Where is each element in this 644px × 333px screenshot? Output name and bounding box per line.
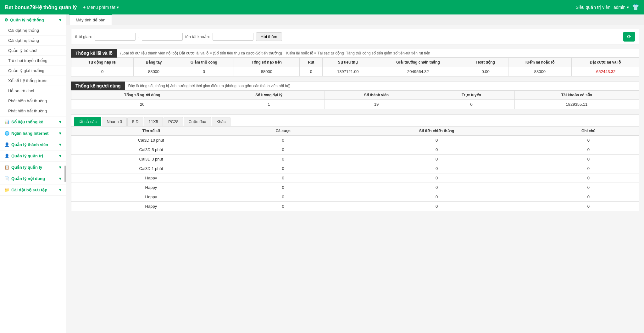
sidebar-item-cai-dat-1[interactable]: Cài đặt hệ thống	[0, 25, 66, 36]
tab-nhanh-3[interactable]: Nhanh 3	[102, 117, 127, 126]
sidebar-title-so-lieu[interactable]: 📊 Số liệu thống kê ▾	[0, 116, 66, 127]
cell-bang-tay: 88000	[134, 67, 174, 76]
cell-ca-cuoc: 0	[231, 173, 335, 183]
sidebar-item-xo-so-truoc[interactable]: Xổ số hệ thống trước	[0, 76, 66, 86]
cell-ten-xo-so: Happy	[71, 192, 231, 202]
sidebar-item-cai-dat-2[interactable]: Cài đặt hệ thống	[0, 36, 66, 46]
cell-ca-cuoc: 0	[231, 155, 335, 164]
col-so-tien-chien-thang: Số tiền chiến thắng	[335, 127, 538, 136]
tab-pc28[interactable]: PC28	[164, 117, 183, 126]
cell-so-tien: 0	[335, 136, 538, 145]
cell-so-tien: 0	[335, 164, 538, 173]
user-stats-table: Tổng số người dùng Số lượng đại lý Số th…	[71, 90, 639, 109]
profit-loss-data-row: 0 88000 0 88000 0 1397121.00 2049564.32 …	[71, 67, 639, 76]
cell-so-tien: 0	[335, 173, 538, 183]
user-stats-data-row: 20 1 19 0 1829355.11	[71, 100, 639, 109]
cell-ghi-chu: 0	[538, 192, 639, 202]
sidebar-title-thanh-vien[interactable]: 👤 Quản lý thành viên ▾	[0, 139, 66, 150]
sidebar-item-ho-so-tro-choi[interactable]: Hồ sơ trò chơi	[0, 86, 66, 96]
ten-tai-khoan-label: tên tài khoản:	[185, 34, 210, 39]
cell-so-tien: 0	[335, 155, 538, 164]
refresh-icon: ⟳	[627, 34, 631, 39]
shirt-icon: 👕	[632, 4, 639, 11]
menu-shortcut[interactable]: + Menu phím tắt ▾	[83, 5, 119, 10]
tab-5d[interactable]: 5 D	[127, 117, 143, 126]
sidebar-noi-dung-label: Quản lý nội dung	[11, 176, 45, 181]
game-table-row: Cai3D 3 phút 0 0 0	[71, 155, 639, 164]
user-arrow: ▾	[627, 5, 629, 10]
sidebar: ⚙ Quản lý hệ thống ▾ Cài đặt hệ thống Cà…	[0, 14, 66, 333]
thoi-gian-start-input[interactable]	[95, 33, 136, 41]
sidebar-item-tro-choi-truyen-thong[interactable]: Trò chơi truyền thống	[0, 56, 66, 66]
sidebar-quan-ly-label: Quản lý quản lý	[11, 165, 42, 170]
doc-icon: 📄	[4, 176, 9, 181]
game-table-body: Cai3D 10 phút 0 0 0 Cai3D 5 phút 0 0 0 C…	[71, 136, 639, 211]
col-ten-xo-so: Tên xổ số	[71, 127, 231, 136]
tab-11x5[interactable]: 11X5	[144, 117, 163, 126]
chevron-down-icon: ▾	[59, 18, 61, 22]
sidebar-section-quan-ly: 📋 Quản lý quản lý ▾	[0, 162, 66, 173]
cell-tu-dong-nap-lai: 0	[71, 67, 134, 76]
cell-tong-so: 20	[71, 100, 213, 109]
user-icon: 👤	[4, 142, 9, 147]
gear-icon: ⚙	[4, 18, 8, 22]
game-table-row: Happy 0 0 0	[71, 202, 639, 211]
user-stats-section: Thống kê người dùng Đây là tổng số, khôn…	[71, 82, 639, 109]
sidebar-item-phat-hien-2[interactable]: Phát hiện bất thường	[0, 106, 66, 116]
profit-loss-title: Thống kê lãi và lỗ	[71, 49, 117, 58]
header: Bet bonus79Hệ thống quản lý + Menu phím …	[0, 0, 644, 14]
sidebar-title-noi-dung[interactable]: 📄 Quản lý nội dung ▾	[0, 173, 66, 184]
sidebar-title-quan-ly[interactable]: 📋 Quản lý quản lý ▾	[0, 162, 66, 173]
sidebar-item-phat-hien-1[interactable]: Phát hiện bất thường	[0, 96, 66, 106]
sidebar-ngan-hang-label: Ngân hàng Internet	[11, 131, 48, 136]
col-kiem-lai: Kiểm lãi hoặc lỗ	[508, 58, 572, 67]
sidebar-item-quan-ly-tro-choi[interactable]: Quản lý trò chơi	[0, 46, 66, 56]
sidebar-bo-suu-tap-label: Cài đặt bộ sưu tập	[11, 188, 47, 192]
col-hoat-dong: Hoạt động	[463, 58, 508, 67]
cell-so-luong-dai-ly: 1	[213, 100, 325, 109]
folder-icon: 📁	[4, 188, 9, 192]
profit-loss-header: Thống kê lãi và lỗ (Loại bỏ dữ liệu thàn…	[71, 49, 639, 58]
user-stats-header-row: Tổng số người dùng Số lượng đại lý Số th…	[71, 91, 639, 100]
sidebar-section-title-quan-ly-he-thong[interactable]: ⚙ Quản lý hệ thống ▾	[0, 14, 66, 25]
cell-ten-xo-so: Cai3D 5 phút	[71, 145, 231, 155]
col-tu-dong-nap-lai: Tự động nạp lại	[71, 58, 134, 67]
sidebar-item-quan-ly-giai-thuong[interactable]: Quản lý giải thưởng	[0, 66, 66, 76]
col-giam-thu-cong: Giảm thủ công	[174, 58, 234, 67]
tab-cuoc-dua[interactable]: Cuộc đua	[184, 117, 211, 126]
ten-tai-khoan-input[interactable]	[213, 33, 253, 41]
tab-tat-ca-cac[interactable]: tất cả các	[74, 117, 101, 126]
cell-kiem-lai: 88000	[508, 67, 572, 76]
sidebar-so-lieu-label: Số liệu thống kê	[11, 120, 43, 124]
sidebar-title-ngan-hang[interactable]: 🌐 Ngân hàng Internet ▾	[0, 128, 66, 139]
game-table-row: Cai3D 10 phút 0 0 0	[71, 136, 639, 145]
sidebar-quan-tri-label: Quản lý quản trị	[11, 154, 43, 158]
chevron-down-icon-7: ▾	[59, 176, 61, 181]
chevron-down-icon-2: ▾	[59, 120, 61, 124]
sidebar-title-bo-suu-tap[interactable]: 📁 Cài đặt bộ sưu tập ▾	[0, 184, 66, 195]
tab-khac[interactable]: Khác	[212, 117, 230, 126]
username: admin	[613, 5, 625, 10]
col-giai-thuong: Giải thưởng chiến thắng	[373, 58, 463, 67]
col-ghi-chu: Ghi chú	[538, 127, 639, 136]
sidebar-section-quan-tri: 👤 Quản lý quản trị ▾	[0, 150, 66, 162]
search-refresh-button[interactable]: ⟳	[623, 32, 635, 42]
chevron-down-icon-5: ▾	[59, 154, 61, 158]
sidebar-section-bo-suu-tap: 📁 Cài đặt bộ sưu tập ▾	[0, 184, 66, 196]
user-dropdown[interactable]: admin ▾	[613, 5, 629, 10]
cell-rut: 0	[300, 67, 323, 76]
tab-may-tinh-de-ban[interactable]: Máy tính để bàn	[69, 14, 112, 25]
dash: -	[138, 34, 139, 39]
admin-icon: 👤	[4, 154, 9, 158]
thoi-gian-end-input[interactable]	[142, 33, 183, 41]
col-so-luong-dai-ly: Số lượng đại lý	[213, 91, 325, 100]
game-table-row: Happy 0 0 0	[71, 192, 639, 202]
chart-icon: 📊	[4, 120, 9, 124]
sidebar-section-thanh-vien: 👤 Quản lý thành viên ▾	[0, 139, 66, 150]
sidebar-title-quan-tri[interactable]: 👤 Quản lý quản trị ▾	[0, 150, 66, 161]
cell-ten-xo-so: Cai3D 10 phút	[71, 136, 231, 145]
cell-ca-cuoc: 0	[231, 192, 335, 202]
cell-ghi-chu: 0	[538, 202, 639, 211]
col-truc-tuyen: Trực tuyến	[428, 91, 515, 100]
hoi-tham-button[interactable]: Hỏi thăm	[256, 32, 282, 41]
